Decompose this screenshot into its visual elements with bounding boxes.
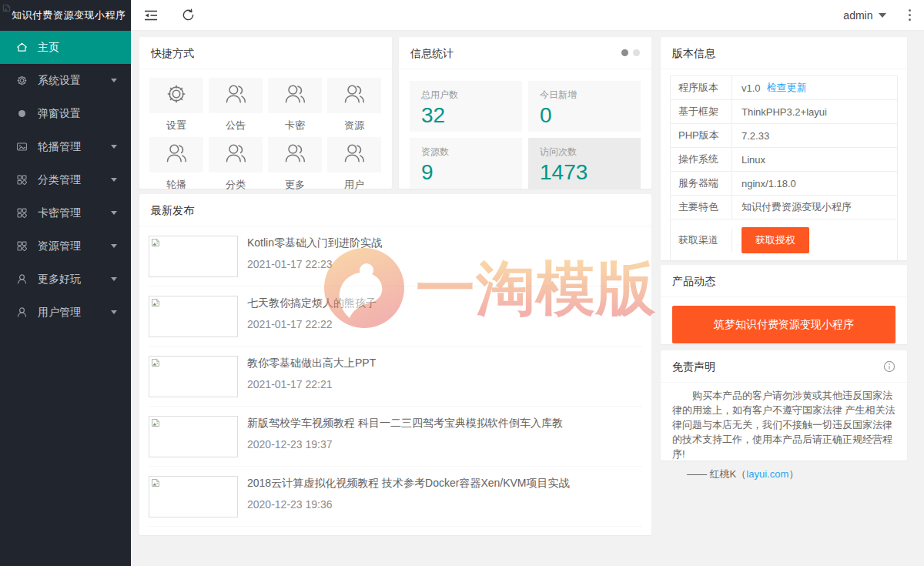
sidebar-item-more-fun[interactable]: 更多好玩 — [0, 263, 131, 296]
shortcuts-card: 快捷方式 设置 公告 卡密 资源 — [139, 37, 392, 189]
thumbnail-placeholder — [149, 416, 238, 457]
row-value: nginx/1.18.0 — [742, 178, 796, 189]
disclaimer-card-header: 免责声明 — [661, 350, 907, 383]
shortcut-user[interactable]: 用户 — [327, 137, 381, 190]
friends-icon — [164, 141, 189, 169]
row-value: v1.0 — [742, 82, 761, 94]
home-icon — [16, 42, 28, 53]
sidebar-item-system-settings[interactable]: 系统设置 — [0, 64, 131, 97]
table-row: 程序版本 v1.0检查更新 — [671, 76, 897, 100]
stat-value: 0 — [540, 103, 629, 128]
sidebar-item-label: 资源管理 — [38, 239, 81, 253]
user-icon — [16, 306, 28, 318]
shortcut-announcement[interactable]: 公告 — [209, 78, 263, 131]
friends-icon — [283, 141, 307, 169]
row-value: ThinkPHP3.2+layui — [742, 106, 827, 118]
gear-icon — [165, 82, 188, 109]
sidebar-item-popup-settings[interactable]: 弹窗设置 — [0, 97, 131, 130]
disclaimer-signature: —— 红桃K（layui.com） — [661, 461, 907, 481]
item-date: 2020-12-23 19:36 — [247, 498, 570, 511]
sidebar-item-label: 弹窗设置 — [38, 107, 81, 121]
shortcut-category[interactable]: 分类 — [209, 137, 263, 190]
latest-list: Kotlin零基础入门到进阶实战 2021-01-17 22:23 七天教你搞定… — [139, 226, 651, 527]
row-label: 程序版本 — [671, 76, 732, 99]
table-row: PHP版本 7.2.33 — [671, 124, 897, 148]
grid-icon — [16, 240, 28, 252]
shortcut-label: 卡密 — [268, 119, 322, 131]
shortcut-resource[interactable]: 资源 — [327, 78, 381, 131]
sidebar-item-resource[interactable]: 资源管理 — [0, 229, 131, 263]
layui-link[interactable]: layui.com — [746, 468, 788, 480]
chevron-down-icon — [111, 310, 117, 314]
item-title: 七天教你搞定烦人的熊孩子 — [247, 296, 377, 310]
stat-value: 32 — [421, 103, 511, 128]
broken-image-icon — [151, 478, 160, 487]
version-card-header: 版本信息 — [661, 37, 907, 69]
stat-label: 今日新增 — [540, 89, 629, 102]
stat-new-today: 今日新增 0 — [528, 81, 641, 132]
carousel-dot[interactable] — [633, 49, 640, 56]
product-card-header: 产品动态 — [661, 265, 907, 297]
caret-down-icon — [879, 13, 886, 18]
broken-image-icon — [2, 2, 11, 15]
product-banner-button[interactable]: 筑梦知识付费资源变现小程序 — [672, 306, 896, 343]
table-row: 基于框架 ThinkPHP3.2+layui — [671, 100, 897, 124]
sidebar-item-card-key[interactable]: 卡密管理 — [0, 196, 131, 229]
item-date: 2021-01-17 22:23 — [247, 258, 382, 270]
user-icon — [16, 273, 28, 285]
shortcut-carousel[interactable]: 轮播 — [149, 137, 203, 190]
shortcut-more[interactable]: 更多 — [268, 137, 322, 190]
friends-icon — [342, 141, 367, 169]
shortcut-label: 更多 — [268, 178, 322, 190]
sidebar-item-label: 用户管理 — [38, 306, 81, 320]
card-title: 版本信息 — [672, 37, 715, 69]
sidebar-item-user-management[interactable]: 用户管理 — [0, 296, 131, 329]
shortcut-settings[interactable]: 设置 — [149, 78, 203, 131]
item-title: 2018云计算虚拟化视频教程 技术参考Docker容器Xen/KVM项目实战 — [247, 477, 570, 491]
table-row: 主要特色 知识付费资源变现小程序 — [671, 196, 897, 219]
version-table: 程序版本 v1.0检查更新 基于框架 ThinkPHP3.2+layui PHP… — [670, 75, 898, 262]
list-item[interactable]: 新版驾校学车视频教程 科目一二三四驾考宝典模拟软件倒车入库教 2020-12-2… — [149, 407, 642, 467]
row-value: Linux — [742, 154, 765, 166]
row-value: 7.2.33 — [742, 130, 769, 142]
list-item[interactable]: 2018云计算虚拟化视频教程 技术参考Docker容器Xen/KVM项目实战 2… — [149, 467, 642, 527]
refresh-icon[interactable] — [180, 8, 196, 23]
table-row: 操作系统 Linux — [671, 148, 897, 172]
disclaimer-card: 免责声明 购买本产品的客户请勿涉黄或其他违反国家法律的用途上，如有客户不遵守国家… — [661, 350, 907, 461]
shortcut-label: 设置 — [149, 119, 203, 131]
thumbnail-placeholder — [149, 236, 238, 277]
sidebar-item-carousel[interactable]: 轮播管理 — [0, 130, 131, 163]
version-card: 版本信息 程序版本 v1.0检查更新 基于框架 ThinkPHP3.2+layu… — [661, 37, 907, 260]
username: admin — [843, 9, 872, 22]
shortcut-card-key[interactable]: 卡密 — [268, 78, 322, 131]
sidebar-item-home[interactable]: 主页 — [0, 31, 131, 64]
list-item[interactable]: 七天教你搞定烦人的熊孩子 2021-01-17 22:22 — [149, 286, 642, 347]
user-menu[interactable]: admin — [843, 9, 886, 22]
list-item[interactable]: 教你零基础做出高大上PPT 2021-01-17 22:21 — [149, 347, 642, 407]
sidebar-item-category[interactable]: 分类管理 — [0, 163, 131, 196]
latest-card: 最新发布 Kotlin零基础入门到进阶实战 2021-01-17 22:23 七… — [139, 194, 651, 535]
carousel-dots — [621, 49, 640, 56]
chevron-down-icon — [111, 145, 117, 149]
item-date: 2021-01-17 22:22 — [247, 318, 377, 330]
kebab-menu-icon[interactable] — [906, 7, 914, 24]
item-title: 教你零基础做出高大上PPT — [247, 357, 376, 370]
stat-resources: 资源数 9 — [410, 138, 522, 189]
collapse-menu-icon[interactable] — [143, 8, 159, 23]
stats-card-header: 信息统计 — [399, 37, 651, 69]
item-title: 新版驾校学车视频教程 科目一二三四驾考宝典模拟软件倒车入库教 — [247, 417, 563, 430]
gear-icon — [16, 75, 28, 86]
friends-icon — [223, 82, 248, 109]
check-update-link[interactable]: 检查更新 — [767, 81, 807, 95]
table-row: 服务器端 nginx/1.18.0 — [671, 172, 897, 196]
broken-image-icon — [151, 238, 160, 247]
thumbnail-placeholder — [149, 296, 238, 337]
stat-value: 1473 — [540, 160, 629, 185]
get-license-button[interactable]: 获取授权 — [742, 227, 809, 253]
sidebar-item-label: 系统设置 — [38, 74, 81, 88]
list-item[interactable]: Kotlin零基础入门到进阶实战 2021-01-17 22:23 — [149, 226, 642, 286]
carousel-dot-active[interactable] — [621, 49, 628, 56]
stat-total-users: 总用户数 32 — [410, 81, 522, 132]
card-title: 产品动态 — [672, 265, 715, 297]
stat-label: 访问次数 — [540, 146, 629, 159]
